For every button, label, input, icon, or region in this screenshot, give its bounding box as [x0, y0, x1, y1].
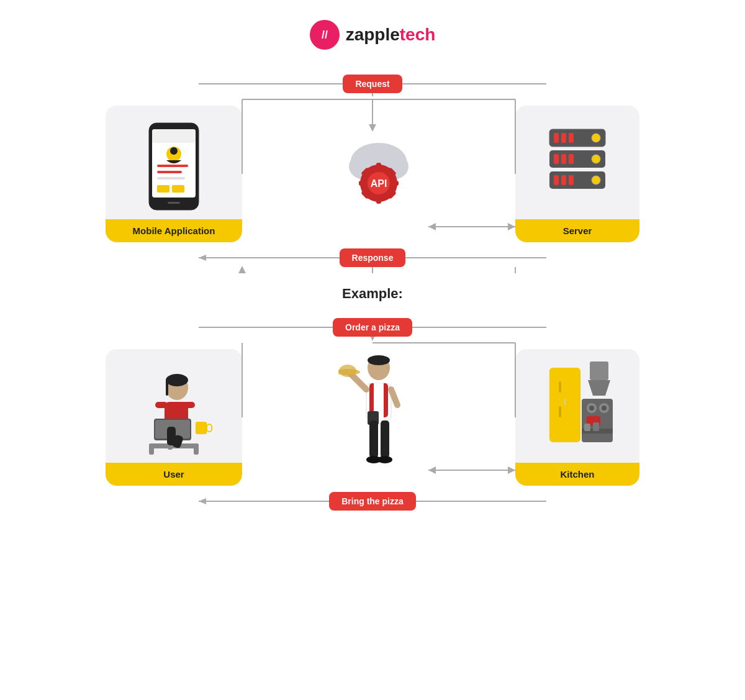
- svg-rect-21: [376, 195, 381, 204]
- logo-area: // zappletech: [310, 20, 436, 50]
- svg-rect-82: [207, 424, 212, 432]
- waiter-area: [242, 349, 515, 486]
- svg-rect-14: [172, 185, 184, 193]
- svg-rect-42: [554, 175, 559, 185]
- svg-rect-15: [168, 202, 180, 204]
- svg-rect-38: [561, 154, 566, 164]
- logo-text: zappletech: [346, 25, 436, 45]
- svg-point-9: [170, 147, 178, 155]
- svg-rect-73: [166, 380, 168, 396]
- svg-rect-44: [569, 175, 574, 185]
- svg-line-90: [391, 389, 397, 405]
- bottom-diagram: Order a pizza: [106, 312, 639, 517]
- svg-point-35: [592, 134, 600, 142]
- svg-rect-33: [561, 133, 566, 143]
- kitchen-card: Kitchen: [515, 349, 639, 486]
- svg-rect-43: [561, 175, 566, 185]
- svg-rect-68: [149, 443, 154, 455]
- kitchen-label: Kitchen: [515, 463, 639, 486]
- svg-rect-69: [194, 443, 199, 455]
- svg-rect-93: [369, 420, 378, 458]
- api-center: API: [323, 124, 435, 224]
- svg-rect-112: [593, 422, 599, 431]
- user-card: User: [106, 349, 242, 486]
- server-svg: [540, 123, 615, 210]
- user-svg: [124, 360, 224, 456]
- svg-point-106: [602, 406, 607, 411]
- svg-rect-34: [569, 133, 574, 143]
- svg-rect-32: [554, 133, 559, 143]
- svg-point-96: [377, 456, 392, 463]
- svg-rect-98: [549, 368, 580, 402]
- svg-marker-47: [199, 255, 206, 261]
- svg-rect-13: [157, 185, 169, 193]
- mobile-app-card: Mobile Application: [106, 106, 242, 242]
- bring-badge: Bring the pizza: [329, 492, 416, 511]
- svg-rect-94: [381, 420, 389, 458]
- waiter-svg: [338, 349, 419, 486]
- phone-svg: [137, 120, 211, 213]
- svg-rect-12: [157, 177, 185, 180]
- svg-rect-108: [590, 361, 608, 380]
- svg-rect-7: [152, 129, 196, 143]
- svg-rect-10: [157, 165, 188, 167]
- request-badge: Request: [343, 75, 402, 93]
- svg-marker-109: [588, 380, 610, 396]
- svg-rect-39: [569, 154, 574, 164]
- svg-rect-101: [559, 406, 561, 417]
- mobile-app-label: Mobile Application: [106, 219, 242, 242]
- user-label: User: [106, 463, 242, 486]
- svg-point-92: [339, 365, 356, 377]
- svg-point-104: [589, 406, 594, 411]
- svg-rect-100: [559, 381, 561, 393]
- svg-text:API: API: [371, 178, 387, 189]
- api-icon-svg: API: [329, 124, 428, 224]
- svg-marker-114: [199, 498, 206, 504]
- svg-rect-11: [157, 171, 182, 173]
- svg-rect-76: [183, 402, 195, 408]
- server-card: Server: [515, 106, 639, 242]
- svg-rect-81: [196, 422, 207, 434]
- order-badge: Order a pizza: [333, 318, 412, 337]
- zappletech-logo-icon: //: [310, 20, 340, 50]
- svg-rect-22: [359, 181, 368, 186]
- svg-text://: //: [322, 29, 328, 41]
- svg-rect-111: [584, 424, 590, 431]
- svg-rect-75: [155, 402, 168, 408]
- top-diagram: Request: [106, 68, 639, 273]
- response-badge: Response: [340, 248, 406, 267]
- svg-point-72: [166, 374, 188, 386]
- svg-rect-23: [390, 181, 399, 186]
- example-label: Example:: [342, 286, 403, 302]
- svg-line-89: [351, 374, 366, 389]
- svg-point-84: [368, 355, 390, 365]
- svg-rect-20: [376, 163, 381, 171]
- svg-rect-37: [554, 154, 559, 164]
- server-label: Server: [515, 219, 639, 242]
- svg-point-45: [592, 176, 600, 184]
- kitchen-svg: [537, 361, 618, 455]
- svg-point-40: [592, 155, 600, 163]
